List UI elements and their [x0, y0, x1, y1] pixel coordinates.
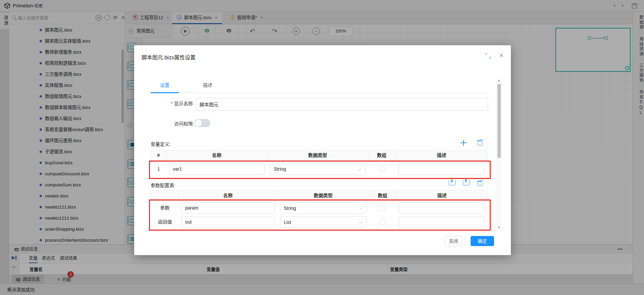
variables-table: # 名称 数据类型 数组 描述 1 String: [151, 150, 488, 178]
param-desc-input[interactable]: [399, 202, 485, 214]
params-table-header: 名称 数据类型 数组 描述: [151, 191, 488, 201]
return-type-select[interactable]: List: [280, 216, 367, 228]
close-icon[interactable]: [499, 51, 503, 59]
selected-value: String: [284, 205, 296, 211]
display-name-label: 显示名称: [154, 100, 193, 107]
param-name-input[interactable]: [181, 202, 275, 214]
expand-icon[interactable]: [486, 53, 491, 58]
properties-dialog: 脚本图元.bizx属性设置 设置 描述 显示名称 访问权限 变量定义: # 名称…: [134, 45, 511, 255]
col-description: 描述: [395, 151, 488, 160]
chevron-down-icon: [359, 220, 363, 223]
display-name-input[interactable]: [196, 98, 488, 111]
param-row: 参数 String: [151, 201, 488, 215]
trash-icon[interactable]: [477, 180, 482, 186]
active-tab-underline: [151, 92, 179, 93]
access-permission-toggle[interactable]: [194, 119, 210, 127]
col-datatype: 数据类型: [277, 191, 369, 200]
plus-icon[interactable]: [460, 139, 467, 146]
return-row: 返回值 List: [151, 215, 488, 229]
selected-value: String: [274, 166, 286, 172]
chevron-down-icon: [359, 205, 363, 209]
export-icon[interactable]: [463, 180, 470, 185]
chevron-down-icon: [358, 167, 362, 170]
close-button[interactable]: 关闭: [445, 236, 462, 246]
array-checkbox[interactable]: [380, 219, 385, 225]
params-section-label: 参数配置表:: [151, 182, 175, 188]
confirm-button[interactable]: 确定: [471, 236, 494, 246]
tab-settings[interactable]: 设置: [151, 78, 179, 93]
col-array: 数组: [369, 191, 396, 200]
col-name: 名称: [179, 191, 277, 200]
return-desc-input[interactable]: [399, 216, 485, 228]
col-rowlabel: [151, 191, 179, 200]
variables-table-header: # 名称 数据类型 数组 描述: [151, 151, 488, 161]
dialog-scrollbar[interactable]: [496, 78, 501, 230]
col-datatype: 数据类型: [267, 151, 368, 160]
col-description: 描述: [396, 191, 488, 200]
params-table: 名称 数据类型 数组 描述 参数 String 返回值 List: [151, 190, 488, 229]
return-name-input[interactable]: [181, 216, 275, 228]
col-name: 名称: [166, 151, 267, 160]
variable-desc-input[interactable]: [398, 163, 485, 175]
dialog-title: 脚本图元.bizx属性设置: [142, 53, 196, 61]
row-label: 参数: [151, 201, 179, 215]
param-type-select[interactable]: String: [280, 202, 367, 214]
variables-section-label: 变量定义:: [151, 140, 171, 147]
dialog-tab-bar: 设置 描述: [151, 78, 488, 93]
variable-type-select[interactable]: String: [270, 163, 366, 175]
array-checkbox[interactable]: [380, 205, 385, 211]
access-permission-label: 访问权限: [154, 120, 193, 127]
row-label: 返回值: [151, 215, 179, 229]
scroll-down-icon[interactable]: [497, 226, 501, 229]
import-icon[interactable]: [449, 180, 455, 185]
array-checkbox[interactable]: [379, 166, 385, 172]
arrow-down-icon: [451, 179, 452, 182]
variable-name-input[interactable]: [169, 163, 265, 175]
row-index: 1: [151, 161, 166, 177]
variable-row: 1 String: [151, 161, 488, 177]
selected-value: List: [284, 220, 291, 225]
col-array: 数组: [368, 151, 395, 160]
col-index: #: [151, 151, 166, 160]
scroll-up-icon[interactable]: [497, 79, 501, 82]
trash-icon[interactable]: [477, 139, 482, 145]
tab-description[interactable]: 描述: [194, 78, 222, 93]
scroll-thumb[interactable]: [497, 84, 501, 158]
arrow-up-icon: [466, 179, 466, 183]
